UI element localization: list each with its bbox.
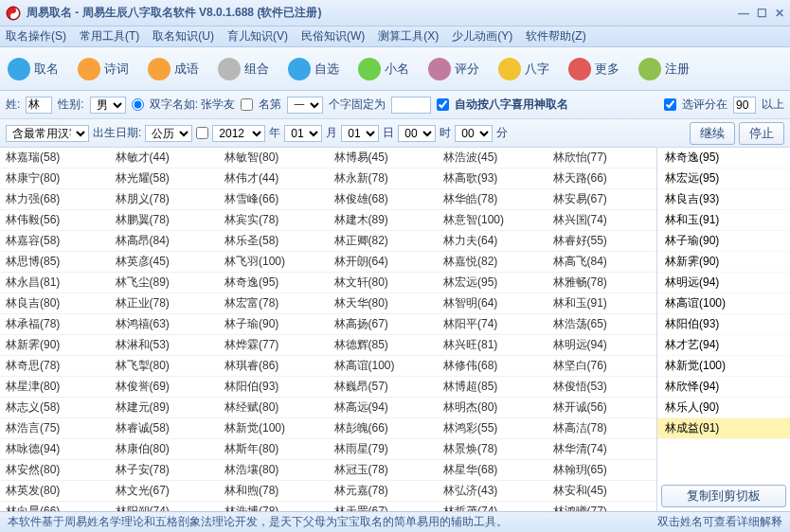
- name-cell[interactable]: 林明远(94): [548, 335, 657, 356]
- name-cell[interactable]: 林浩壤(80): [219, 460, 329, 481]
- name-cell[interactable]: 林弘济(43): [438, 481, 548, 502]
- name-cell[interactable]: 林哲茂(74): [438, 502, 548, 511]
- continue-button[interactable]: 继续: [690, 122, 735, 145]
- name-cell[interactable]: 林思博(85): [0, 252, 110, 273]
- name-cell[interactable]: 林敏才(44): [110, 148, 220, 168]
- name-cell[interactable]: 林建元(89): [110, 398, 220, 418]
- fav-item[interactable]: 林良吉(93): [657, 189, 790, 210]
- name-cell[interactable]: 林天华(80): [329, 293, 439, 314]
- name-cell[interactable]: 林浩波(45): [438, 148, 548, 168]
- name-cell[interactable]: 林嘉容(58): [0, 231, 110, 252]
- name-cell[interactable]: 林文光(67): [110, 481, 220, 502]
- name-cell[interactable]: 林永昌(81): [0, 273, 110, 293]
- name-cell[interactable]: 林欣怡(77): [548, 148, 657, 168]
- name-cell[interactable]: 林雨星(79): [329, 439, 439, 460]
- name-cell[interactable]: 林坚白(76): [548, 356, 657, 377]
- day-select[interactable]: 01: [341, 125, 379, 142]
- name-cell[interactable]: 林兴国(74): [548, 210, 657, 231]
- name-cell[interactable]: 林俊悟(53): [548, 377, 657, 398]
- name-cell[interactable]: 林安然(80): [0, 460, 110, 481]
- auto-check[interactable]: [437, 98, 449, 111]
- name-cell[interactable]: 林高歌(93): [438, 168, 548, 189]
- name-cell[interactable]: 林飞尘(89): [110, 273, 220, 293]
- fav-item[interactable]: 林子瑜(90): [657, 231, 790, 252]
- name-cell[interactable]: 林宾实(78): [219, 210, 329, 231]
- name-cell[interactable]: 林高远(94): [329, 398, 439, 418]
- calendar-select[interactable]: 公历: [145, 125, 192, 142]
- toolbar-更多[interactable]: 更多: [568, 58, 619, 80]
- name-cell[interactable]: 林咏德(94): [0, 439, 110, 460]
- menu-item[interactable]: 取名操作(S): [6, 28, 66, 44]
- fav-item[interactable]: 林奇逸(95): [657, 148, 790, 168]
- name-cell[interactable]: 林天罡(67): [329, 502, 439, 511]
- fav-item[interactable]: 林乐人(90): [657, 398, 790, 418]
- month-select[interactable]: 01: [284, 125, 322, 142]
- fav-item[interactable]: 林宏远(95): [657, 168, 790, 189]
- hour-select[interactable]: 00: [398, 125, 436, 142]
- name-cell[interactable]: 林安和(45): [548, 481, 657, 502]
- name-cell[interactable]: 林力强(68): [0, 189, 110, 210]
- name-cell[interactable]: 林承福(78): [0, 314, 110, 335]
- name-cell[interactable]: 林博超(85): [438, 377, 548, 398]
- name-cell[interactable]: 林光耀(58): [110, 168, 220, 189]
- menu-item[interactable]: 少儿动画(Y): [452, 28, 512, 44]
- menu-item[interactable]: 民俗知识(W): [301, 28, 365, 44]
- toolbar-取名[interactable]: 取名: [8, 58, 59, 80]
- name-cell[interactable]: 林宏远(95): [438, 273, 548, 293]
- name-cell[interactable]: 林伟毅(56): [0, 210, 110, 231]
- name-cell[interactable]: 林阳朔(74): [110, 502, 220, 511]
- name-cell[interactable]: 林博易(45): [329, 148, 439, 168]
- toolbar-成语[interactable]: 成语: [148, 58, 199, 80]
- name-cell[interactable]: 林乐圣(58): [219, 231, 329, 252]
- name-cell[interactable]: 林意智(100): [438, 210, 548, 231]
- name-cell[interactable]: 林智明(64): [438, 293, 548, 314]
- fav-item[interactable]: 林阳伯(93): [657, 314, 790, 335]
- name-cell[interactable]: 林睿诚(58): [110, 418, 220, 439]
- name-cell[interactable]: 林英彦(45): [110, 252, 220, 273]
- name-cell[interactable]: 林新霁(90): [0, 335, 110, 356]
- minimize-button[interactable]: —: [738, 7, 749, 20]
- birth-check[interactable]: [196, 127, 208, 139]
- name-cell[interactable]: 林朋义(78): [110, 189, 220, 210]
- toolbar-诗词[interactable]: 诗词: [78, 58, 129, 80]
- name-cell[interactable]: 林琪睿(86): [219, 356, 329, 377]
- name-cell[interactable]: 林鸿曦(77): [548, 502, 657, 511]
- fav-item[interactable]: 林高谊(100): [657, 293, 790, 314]
- name-cell[interactable]: 林浩博(78): [219, 502, 329, 511]
- name-cell[interactable]: 林睿好(55): [548, 231, 657, 252]
- fav-item[interactable]: 林明远(94): [657, 273, 790, 293]
- fixed-input[interactable]: [391, 97, 431, 114]
- name-cell[interactable]: 林淋和(53): [110, 335, 220, 356]
- name-cell[interactable]: 林宏富(78): [219, 293, 329, 314]
- name-cell[interactable]: 林永新(78): [329, 168, 439, 189]
- name-cell[interactable]: 林阳伯(93): [219, 377, 329, 398]
- name-cell[interactable]: 林鸿禧(63): [110, 314, 220, 335]
- name-cell[interactable]: 林开诚(56): [548, 398, 657, 418]
- name-cell[interactable]: 林修伟(68): [438, 356, 548, 377]
- name-cell[interactable]: 林俊雄(68): [329, 189, 439, 210]
- name-cell[interactable]: 林康伯(80): [110, 439, 220, 460]
- name-cell[interactable]: 林华清(74): [548, 439, 657, 460]
- fav-item[interactable]: 林和玉(91): [657, 210, 790, 231]
- name-cell[interactable]: 林安易(67): [548, 189, 657, 210]
- name-cell[interactable]: 林鸿彩(55): [438, 418, 548, 439]
- toolbar-八字[interactable]: 八字: [498, 58, 549, 80]
- name-cell[interactable]: 林高飞(84): [548, 252, 657, 273]
- name-cell[interactable]: 林和煦(78): [219, 481, 329, 502]
- name-cell[interactable]: 林志义(58): [0, 398, 110, 418]
- name-cell[interactable]: 林文轩(80): [329, 273, 439, 293]
- name-cell[interactable]: 林敏智(80): [219, 148, 329, 168]
- fav-item[interactable]: 林新觉(100): [657, 356, 790, 377]
- name-cell[interactable]: 林飞羽(100): [219, 252, 329, 273]
- menu-item[interactable]: 育儿知识(V): [227, 28, 288, 44]
- name-cell[interactable]: 林巍昂(57): [329, 377, 439, 398]
- name-cell[interactable]: 林新觉(100): [219, 418, 329, 439]
- name-cell[interactable]: 林星华(68): [438, 460, 548, 481]
- name-cell[interactable]: 林阳平(74): [438, 314, 548, 335]
- name-cell[interactable]: 林华皓(78): [438, 189, 548, 210]
- surname-input[interactable]: [26, 97, 52, 114]
- name-cell[interactable]: 林鹏翼(78): [110, 210, 220, 231]
- close-button[interactable]: ✕: [775, 7, 784, 20]
- name-cell[interactable]: 林子瑜(90): [219, 314, 329, 335]
- double-name-radio[interactable]: [132, 98, 144, 111]
